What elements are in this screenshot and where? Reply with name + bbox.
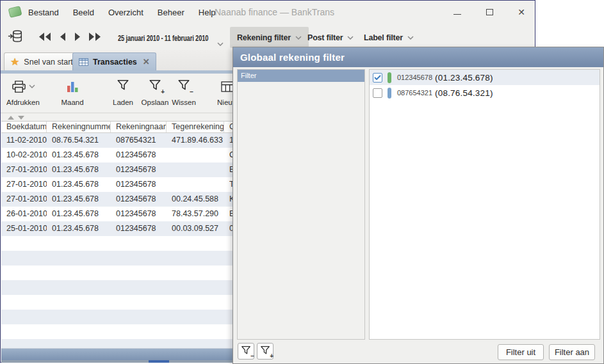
date-range-selector[interactable]: 25 januari 2010 - 11 februari 2010 — [118, 33, 208, 43]
filter-panel-header: Filter — [238, 70, 364, 82]
scrollbar-thumb[interactable] — [149, 360, 169, 363]
fast-forward-button[interactable] — [88, 32, 102, 42]
collapse-down-icon[interactable] — [18, 116, 24, 120]
afdrukken-label: Afdrukken — [6, 99, 40, 106]
account-checkbox[interactable] — [373, 73, 382, 83]
import-icon — [8, 29, 23, 44]
column-header-tegenrekening[interactable]: Tegenrekening — [167, 122, 224, 132]
step-backward-button[interactable] — [58, 32, 67, 42]
dialog-footer: − + Filter uit Filter aan — [233, 340, 603, 363]
check-icon — [374, 75, 381, 81]
label-filter-menu[interactable]: Label filter — [357, 27, 421, 48]
menu-bestand[interactable]: Bestand — [21, 8, 66, 17]
filter-aan-button[interactable]: Filter aan — [549, 344, 595, 360]
minimize-button[interactable] — [453, 8, 462, 17]
column-header-rekeningnaam[interactable]: Rekeningnaam — [111, 122, 167, 132]
maand-label: Maand — [61, 99, 83, 106]
funnel-minus-icon — [177, 79, 190, 91]
maand-button[interactable]: Maand — [54, 79, 90, 106]
column-header-rekeningnummer[interactable]: Rekeningnummer — [47, 122, 111, 132]
maximize-icon — [486, 9, 493, 15]
menu-beheer[interactable]: Beheer — [151, 8, 192, 17]
chevron-down-icon — [407, 36, 414, 40]
rekening-filter-dialog: Globaal rekening filter Filter 012345678… — [233, 47, 604, 364]
nav-toolbar: 25 januari 2010 - 11 februari 2010 Reken… — [1, 24, 535, 50]
laden-label: Laden — [113, 99, 133, 106]
account-color-pill — [388, 88, 391, 99]
close-icon: ✕ — [518, 8, 525, 17]
filter-uit-button[interactable]: Filter uit — [498, 344, 544, 360]
menu-overzicht[interactable]: Overzicht — [101, 8, 151, 17]
tab-label: Transacties — [93, 58, 137, 67]
chevron-down-icon — [29, 84, 35, 88]
minimize-icon — [453, 14, 461, 15]
chevron-down-icon[interactable] — [217, 37, 224, 41]
screen: Bestand Beeld Overzicht Beheer Help Naan… — [0, 0, 604, 364]
column-header-boekdatum[interactable]: Boekdatum — [1, 122, 47, 132]
funnel-icon — [117, 79, 129, 91]
rekening-filter-menu[interactable]: Rekening filter — [230, 27, 309, 48]
collapse-up-icon[interactable] — [8, 116, 14, 120]
account-list-item[interactable]: 087654321 (08.76.54.321) — [370, 85, 600, 100]
post-filter-label: Post filter — [307, 33, 343, 42]
bar-chart-icon — [67, 81, 79, 93]
opslaan-label: Opslaan — [142, 99, 169, 106]
import-button[interactable] — [8, 29, 23, 44]
tab-transacties[interactable]: Transacties ✕ — [72, 52, 156, 70]
tab-close-icon[interactable]: ✕ — [143, 58, 150, 66]
wissen-label: Wissen — [172, 99, 196, 106]
wissen-button[interactable]: − Wissen — [167, 79, 200, 106]
account-list: 012345678 (01.23.45.678) 087654321 (08.7… — [369, 69, 600, 340]
afdrukken-button[interactable]: Afdrukken — [3, 79, 43, 106]
filter-add-button[interactable]: + — [257, 343, 273, 360]
account-color-pill — [388, 72, 391, 83]
filter-panel: Filter — [237, 69, 365, 340]
rekening-filter-label: Rekening filter — [237, 33, 291, 42]
step-forward-button[interactable] — [73, 32, 82, 42]
maximize-button[interactable] — [485, 8, 494, 17]
account-number: (08.76.54.321) — [435, 88, 493, 98]
laden-button[interactable]: Laden — [106, 79, 140, 106]
account-list-item[interactable]: 012345678 (01.23.45.678) — [370, 70, 600, 85]
step-forward-icon — [73, 32, 82, 42]
titlebar: Bestand Beeld Overzicht Beheer Help Naan… — [1, 1, 535, 24]
funnel-plus-icon — [149, 79, 161, 91]
menubar: Bestand Beeld Overzicht Beheer Help — [21, 1, 223, 24]
table-icon — [79, 58, 88, 66]
chevron-down-icon — [347, 36, 354, 40]
label-filter-label: Label filter — [364, 33, 403, 42]
funnel-plus-icon — [260, 345, 270, 355]
step-backward-icon — [58, 32, 67, 42]
account-checkbox[interactable] — [373, 88, 382, 98]
app-icon — [8, 6, 22, 18]
close-button[interactable]: ✕ — [517, 8, 526, 17]
menu-beeld[interactable]: Beeld — [66, 8, 101, 17]
post-filter-menu[interactable]: Post filter — [300, 27, 361, 48]
filter-remove-button[interactable]: − — [238, 343, 254, 360]
fast-backward-icon — [38, 32, 52, 42]
dialog-title: Globaal rekening filter — [233, 47, 603, 67]
fast-backward-button[interactable] — [38, 32, 52, 42]
printer-icon — [12, 80, 26, 93]
funnel-minus-icon — [241, 345, 251, 355]
tab-label: Snel van start — [24, 58, 72, 67]
star-icon: ★ — [10, 57, 19, 67]
account-name: 012345678 — [397, 74, 432, 81]
window-controls: ✕ — [453, 1, 526, 24]
fast-forward-icon — [88, 32, 102, 42]
account-number: (01.23.45.678) — [435, 73, 493, 83]
window-title: Naanab finance — BankTrans — [215, 7, 334, 17]
account-name: 087654321 — [397, 89, 432, 97]
